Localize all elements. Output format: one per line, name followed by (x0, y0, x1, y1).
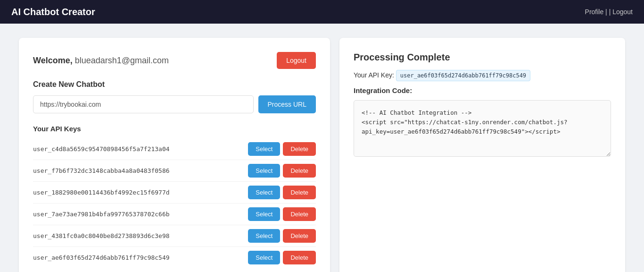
welcome-text: Welcome, blueadarsh1@gmail.com (33, 56, 169, 66)
left-panel: Welcome, blueadarsh1@gmail.com Logout Cr… (19, 38, 330, 272)
app-title: AI Chatbot Creator (11, 7, 95, 17)
delete-button-2[interactable]: Delete (283, 186, 316, 199)
api-key-display: Your API Key: user_ae6f03f65d274d6abb761… (354, 71, 611, 79)
select-button-5[interactable]: Select (248, 251, 280, 264)
processing-title: Processing Complete (354, 52, 611, 63)
nav-links: Profile | | Logout (585, 8, 633, 16)
right-panel: Processing Complete Your API Key: user_a… (339, 38, 625, 272)
api-key-row: user_f7b6f732dc3148cabba4a8a0483f0586Sel… (33, 160, 316, 182)
url-row: Process URL (33, 95, 316, 113)
api-key-text: user_7ae73ae7981b4bfa997765378702c66b (33, 211, 170, 218)
select-button-1[interactable]: Select (248, 164, 280, 178)
btn-group: SelectDelete (248, 186, 316, 199)
api-key-text: user_ae6f03f65d274d6abb761ff79c98c549 (33, 254, 170, 261)
api-key-row: user_c4d8a5659c95470898456f5a7f213a04Sel… (33, 138, 316, 160)
api-keys-list: user_c4d8a5659c95470898456f5a7f213a04Sel… (33, 138, 316, 268)
api-key-row: user_1882980e00114436bf4992ec15f6977dSel… (33, 182, 316, 204)
delete-button-5[interactable]: Delete (283, 251, 316, 264)
btn-group: SelectDelete (248, 207, 316, 221)
api-key-text: user_f7b6f732dc3148cabba4a8a0483f0586 (33, 167, 170, 174)
welcome-label: Welcome, (33, 56, 73, 65)
logout-button[interactable]: Logout (277, 52, 316, 69)
btn-group: SelectDelete (248, 164, 316, 178)
select-button-2[interactable]: Select (248, 186, 280, 199)
api-key-badge: user_ae6f03f65d274d6abb761ff79c98c549 (396, 70, 530, 81)
welcome-row: Welcome, blueadarsh1@gmail.com Logout (33, 52, 316, 69)
btn-group: SelectDelete (248, 229, 316, 243)
delete-button-1[interactable]: Delete (283, 164, 316, 178)
integration-code-box[interactable] (354, 100, 611, 157)
delete-button-0[interactable]: Delete (283, 142, 316, 156)
create-section-title: Create New Chatbot (33, 80, 316, 89)
select-button-0[interactable]: Select (248, 142, 280, 156)
api-key-label: Your API Key: (354, 71, 394, 79)
select-button-4[interactable]: Select (248, 229, 280, 243)
api-key-row: user_ae6f03f65d274d6abb761ff79c98c549Sel… (33, 247, 316, 268)
delete-button-3[interactable]: Delete (283, 207, 316, 221)
select-button-3[interactable]: Select (248, 207, 280, 221)
api-key-text: user_1882980e00114436bf4992ec15f6977d (33, 189, 170, 196)
api-key-text: user_4381fc0a0c8040be8d2738893d6c3e98 (33, 232, 170, 239)
api-keys-title: Your API Keys (33, 125, 316, 133)
process-url-button[interactable]: Process URL (258, 95, 316, 113)
btn-group: SelectDelete (248, 142, 316, 156)
btn-group: SelectDelete (248, 251, 316, 264)
integration-label: Integration Code: (354, 86, 611, 94)
url-input[interactable] (33, 95, 254, 113)
welcome-email: blueadarsh1@gmail.com (75, 56, 169, 65)
api-key-text: user_c4d8a5659c95470898456f5a7f213a04 (33, 145, 170, 153)
api-key-row: user_7ae73ae7981b4bfa997765378702c66bSel… (33, 204, 316, 225)
api-key-row: user_4381fc0a0c8040be8d2738893d6c3e98Sel… (33, 225, 316, 247)
delete-button-4[interactable]: Delete (283, 229, 316, 243)
